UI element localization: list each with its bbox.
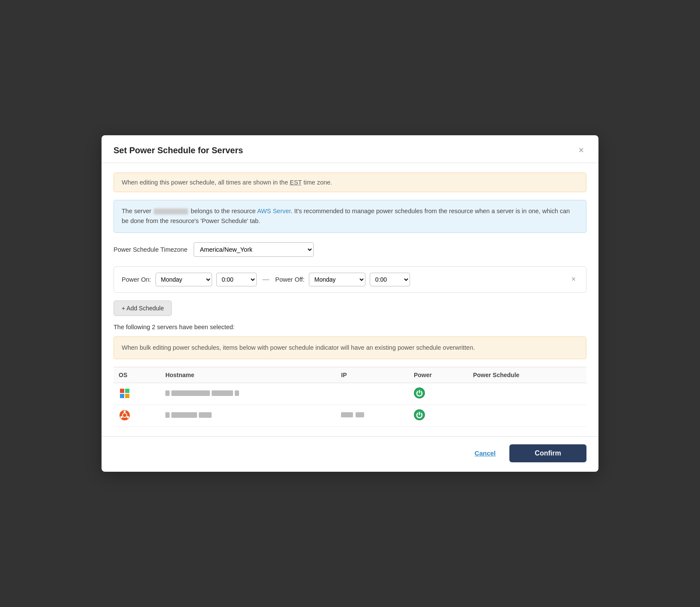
timezone-warning-text: When editing this power schedule, all ti… [122, 179, 332, 186]
svg-point-7 [124, 411, 126, 413]
power-off-label: Power Off: [275, 276, 305, 283]
svg-rect-1 [125, 389, 129, 393]
timezone-row: Power Schedule Timezone America/New_York… [114, 242, 586, 257]
col-os: OS [114, 367, 160, 383]
os-cell-2 [114, 405, 160, 426]
os-cell [114, 383, 160, 405]
power-on-label: Power On: [122, 276, 151, 283]
hostname-blur-c [199, 412, 212, 418]
modal-overlay: Set Power Schedule for Servers × When ed… [0, 0, 700, 607]
svg-rect-0 [120, 389, 124, 393]
power-on-time-select[interactable]: 0:00 1:00 2:00 3:00 6:00 8:00 12:00 18:0… [216, 273, 257, 286]
col-power-schedule: Power Schedule [468, 367, 586, 383]
confirm-button[interactable]: Confirm [509, 444, 586, 462]
schedule-dash: — [263, 276, 269, 283]
windows-icon [119, 387, 131, 399]
resource-info-alert: The server belongs to the resource AWS S… [114, 200, 586, 232]
remove-schedule-button[interactable]: × [568, 274, 578, 285]
table-body [114, 383, 586, 426]
hostname-blur-a [165, 412, 170, 418]
ip-blur-2 [356, 412, 364, 417]
col-hostname: Hostname [160, 367, 336, 383]
bulk-edit-warning-text: When bulk editing power schedules, items… [122, 344, 475, 351]
power-cell-2 [409, 405, 468, 426]
modal-title: Set Power Schedule for Servers [114, 146, 243, 155]
svg-rect-3 [125, 394, 129, 398]
timezone-warning-alert: When editing this power schedule, all ti… [114, 173, 586, 192]
svg-point-9 [120, 416, 123, 418]
hostname-blur-b [171, 412, 197, 418]
col-power: Power [409, 367, 468, 383]
power-on-icon-1 [414, 387, 425, 399]
ubuntu-icon [119, 409, 131, 421]
hostname-blur-3 [212, 390, 233, 396]
hostname-blur-4 [235, 390, 239, 396]
cancel-button[interactable]: Cancel [469, 445, 502, 461]
modal-body: When editing this power schedule, all ti… [102, 163, 598, 436]
schedule-row: Power On: Monday Tuesday Wednesday Thurs… [114, 266, 586, 293]
ip-cell-1 [336, 383, 409, 405]
power-off-day-select[interactable]: Monday Tuesday Wednesday Thursday Friday… [309, 273, 365, 286]
hostname-cell [160, 383, 336, 405]
table-header: OS Hostname IP Power Power Schedule [114, 367, 586, 383]
bulk-edit-warning: When bulk editing power schedules, items… [114, 336, 586, 359]
power-schedule-cell-1 [468, 383, 586, 405]
power-schedule-cell-2 [468, 405, 586, 426]
power-on-icon-2 [414, 409, 425, 420]
resource-info-text: The server belongs to the resource AWS S… [122, 208, 570, 224]
col-ip: IP [336, 367, 409, 383]
timezone-select[interactable]: America/New_York America/Chicago America… [194, 242, 314, 257]
add-schedule-button[interactable]: + Add Schedule [114, 301, 172, 316]
ip-cell-2 [336, 405, 409, 426]
ip-blur-1 [341, 412, 353, 417]
modal-dialog: Set Power Schedule for Servers × When ed… [102, 135, 598, 472]
servers-selected-text: The following 2 servers have been select… [114, 324, 586, 330]
svg-point-8 [127, 416, 129, 418]
power-off-time-select[interactable]: 0:00 1:00 2:00 6:00 8:00 12:00 18:00 23:… [370, 273, 410, 286]
power-cell-1 [409, 383, 468, 405]
close-button[interactable]: × [576, 145, 586, 156]
power-on-day-select[interactable]: Monday Tuesday Wednesday Thursday Friday… [156, 273, 212, 286]
server-name-blur [154, 208, 188, 214]
svg-rect-2 [120, 394, 124, 398]
servers-table: OS Hostname IP Power Power Schedule [114, 367, 586, 427]
modal-header: Set Power Schedule for Servers × [102, 135, 598, 163]
timezone-label: Power Schedule Timezone [114, 246, 188, 253]
hostname-blur-2 [171, 390, 210, 396]
table-row [114, 405, 586, 426]
aws-server-link[interactable]: AWS Server [257, 208, 290, 214]
modal-footer: Cancel Confirm [102, 436, 598, 472]
hostname-cell-2 [160, 405, 336, 426]
table-row [114, 383, 586, 405]
hostname-blur-1 [165, 390, 170, 396]
